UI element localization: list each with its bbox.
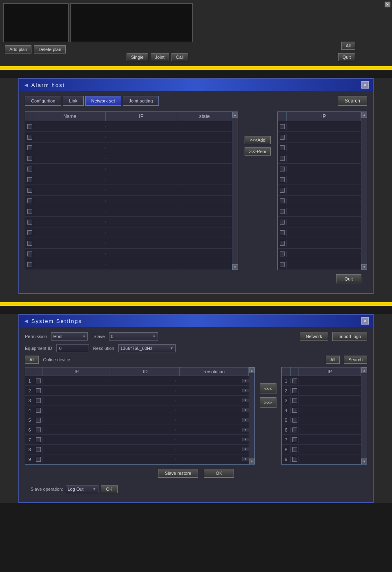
row-checkbox[interactable] bbox=[280, 198, 285, 203]
row-checkbox[interactable] bbox=[27, 124, 32, 129]
tab-configuration[interactable]: Configurtion bbox=[25, 96, 61, 106]
slave-operation-select[interactable]: Log Out ▼ bbox=[66, 485, 98, 493]
dropdown-icon[interactable]: ▼ bbox=[242, 457, 249, 461]
all-button-right-sys[interactable]: All bbox=[326, 356, 340, 364]
row-checkbox[interactable] bbox=[280, 145, 285, 150]
row-checkbox[interactable] bbox=[292, 437, 297, 442]
row-checkbox[interactable] bbox=[292, 447, 297, 452]
row-checkbox[interactable] bbox=[36, 437, 41, 442]
slave-select[interactable]: 0 ▼ bbox=[109, 332, 158, 341]
scroll-down-sys-left-icon[interactable]: ▼ bbox=[249, 458, 255, 464]
dropdown-icon[interactable]: ▼ bbox=[242, 418, 249, 422]
row-checkbox[interactable] bbox=[280, 188, 285, 193]
search-button-sys[interactable]: Search bbox=[344, 356, 367, 364]
row-checkbox[interactable] bbox=[27, 188, 32, 193]
sys-left-scrollbar[interactable]: ▲ ▼ bbox=[249, 367, 254, 464]
scroll-up-icon[interactable]: ▲ bbox=[232, 112, 238, 118]
search-button-alarm[interactable]: Search bbox=[338, 96, 367, 106]
tab-link[interactable]: Link bbox=[63, 96, 83, 106]
row-checkbox[interactable] bbox=[280, 156, 285, 161]
slave-op-ok-button[interactable]: OK bbox=[101, 485, 118, 493]
add-button[interactable]: <<<Add bbox=[245, 136, 271, 144]
row-checkbox[interactable] bbox=[27, 167, 32, 171]
scroll-down-sys-right-icon[interactable]: ▼ bbox=[361, 458, 367, 464]
row-checkbox[interactable] bbox=[280, 135, 285, 140]
row-checkbox[interactable] bbox=[27, 262, 32, 267]
row-checkbox[interactable] bbox=[27, 145, 32, 150]
row-checkbox[interactable] bbox=[280, 262, 285, 267]
sys-right-scrollbar[interactable]: ▲ ▼ bbox=[361, 367, 367, 464]
scroll-down-right-icon[interactable]: ▼ bbox=[361, 264, 367, 270]
sys-add-button[interactable]: <<< bbox=[260, 383, 276, 394]
dropdown-icon[interactable]: ▼ bbox=[242, 398, 249, 402]
row-checkbox[interactable] bbox=[280, 252, 285, 256]
row-checkbox[interactable] bbox=[27, 241, 32, 246]
slave-restore-button[interactable]: Slave restore bbox=[158, 469, 198, 478]
add-plan-button[interactable]: Add plan bbox=[5, 45, 31, 53]
row-checkbox[interactable] bbox=[280, 167, 285, 171]
row-checkbox[interactable] bbox=[36, 457, 41, 462]
row-checkbox[interactable] bbox=[280, 124, 285, 129]
row-checkbox[interactable] bbox=[292, 398, 297, 403]
dropdown-icon[interactable]: ▼ bbox=[242, 428, 249, 432]
row-checkbox[interactable] bbox=[292, 408, 297, 413]
row-checkbox[interactable] bbox=[27, 220, 32, 225]
ok-button-sys[interactable]: OK bbox=[204, 469, 234, 478]
equipment-id-input[interactable]: 0 bbox=[56, 344, 89, 352]
delete-plan-button[interactable]: Delete plan bbox=[34, 45, 66, 53]
tab-joint-setting[interactable]: Joint setting bbox=[123, 96, 159, 106]
row-checkbox[interactable] bbox=[292, 427, 297, 432]
row-checkbox[interactable] bbox=[27, 177, 32, 182]
row-checkbox[interactable] bbox=[36, 408, 41, 413]
resolution-select[interactable]: 1366*768_60Hz ▼ bbox=[118, 344, 176, 352]
row-checkbox[interactable] bbox=[280, 241, 285, 246]
quit-button-top[interactable]: Quit bbox=[338, 53, 355, 61]
row-checkbox[interactable] bbox=[27, 230, 32, 235]
all-button-top[interactable]: All bbox=[341, 42, 355, 50]
row-checkbox[interactable] bbox=[280, 220, 285, 225]
row-checkbox[interactable] bbox=[36, 418, 41, 423]
host-select[interactable]: Host ▼ bbox=[51, 332, 88, 341]
sys-remove-button[interactable]: >>> bbox=[260, 397, 276, 408]
left-scrollbar[interactable]: ▲ ▼ bbox=[232, 112, 238, 270]
remove-button[interactable]: >>>Rem bbox=[245, 147, 271, 156]
row-checkbox[interactable] bbox=[292, 457, 297, 462]
row-checkbox[interactable] bbox=[36, 378, 41, 383]
dropdown-icon[interactable]: ▼ bbox=[242, 408, 249, 412]
single-button[interactable]: Single bbox=[127, 53, 148, 61]
row-checkbox[interactable] bbox=[27, 209, 32, 214]
call-button[interactable]: Call bbox=[172, 53, 188, 61]
row-checkbox[interactable] bbox=[292, 388, 297, 393]
row-checkbox[interactable] bbox=[27, 156, 32, 161]
row-checkbox[interactable] bbox=[27, 135, 32, 140]
dropdown-icon[interactable]: ▼ bbox=[242, 389, 249, 392]
row-checkbox[interactable] bbox=[292, 418, 297, 423]
close-icon-top[interactable]: ✕ bbox=[385, 2, 390, 7]
network-button[interactable]: Network bbox=[300, 332, 328, 341]
dropdown-icon[interactable]: ▼ bbox=[242, 447, 249, 451]
sys-dialog-close-button[interactable]: ✕ bbox=[361, 317, 369, 325]
right-scrollbar[interactable]: ▲ ▼ bbox=[361, 112, 367, 270]
row-checkbox[interactable] bbox=[36, 427, 41, 432]
tab-network-set[interactable]: Network set bbox=[85, 96, 121, 106]
row-checkbox[interactable] bbox=[36, 388, 41, 393]
alarm-dialog-close-button[interactable]: ✕ bbox=[361, 81, 369, 89]
quit-button-alarm[interactable]: Quit bbox=[336, 274, 361, 283]
joint-button[interactable]: Joint bbox=[151, 53, 169, 61]
row-checkbox[interactable] bbox=[280, 177, 285, 182]
dropdown-icon[interactable]: ▼ bbox=[242, 379, 249, 383]
row-checkbox[interactable] bbox=[36, 447, 41, 452]
row-checkbox[interactable] bbox=[292, 378, 297, 383]
all-button-sys[interactable]: All bbox=[25, 356, 39, 364]
scroll-up-sys-right-icon[interactable]: ▲ bbox=[361, 367, 367, 373]
scroll-up-right-icon[interactable]: ▲ bbox=[361, 112, 367, 118]
import-logo-button[interactable]: Import logo bbox=[332, 332, 367, 341]
dropdown-icon[interactable]: ▼ bbox=[242, 438, 249, 441]
row-checkbox[interactable] bbox=[280, 230, 285, 235]
scroll-down-icon[interactable]: ▼ bbox=[232, 264, 238, 270]
row-checkbox[interactable] bbox=[27, 252, 32, 256]
row-checkbox[interactable] bbox=[27, 198, 32, 203]
row-checkbox[interactable] bbox=[280, 209, 285, 214]
row-checkbox[interactable] bbox=[36, 398, 41, 403]
scroll-up-sys-left-icon[interactable]: ▲ bbox=[249, 367, 255, 373]
